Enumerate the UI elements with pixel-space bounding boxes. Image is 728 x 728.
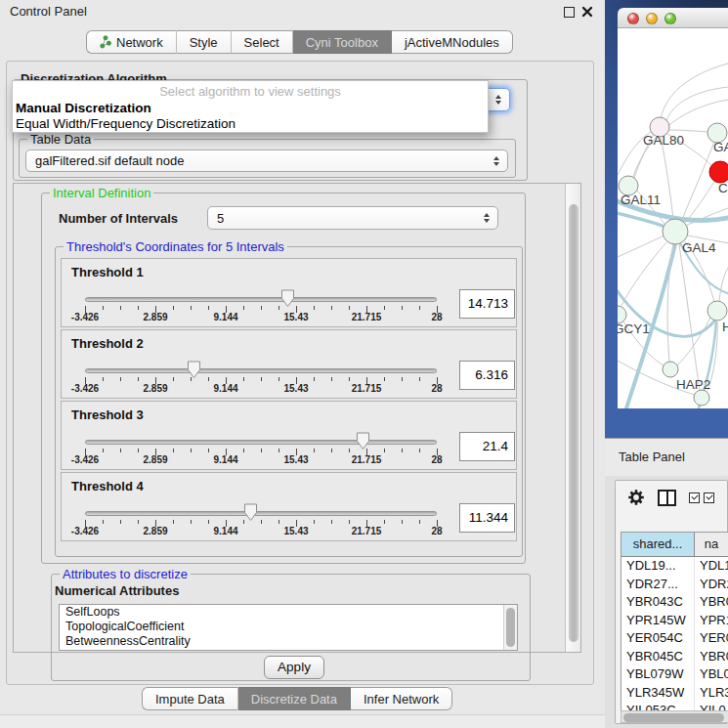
slider-track[interactable] xyxy=(85,368,437,373)
tick-mark xyxy=(278,449,279,452)
tick-mark xyxy=(419,377,420,381)
tab-infer-network[interactable]: Infer Network xyxy=(351,687,452,710)
network-node-label: HAP2 xyxy=(676,377,710,392)
numerical-attributes-list[interactable]: SelfLoopsTopologicalCoefficientBetweenne… xyxy=(59,604,518,651)
scrollbar-thumb[interactable] xyxy=(506,608,515,647)
tab-discretize-data[interactable]: Discretize Data xyxy=(238,687,351,710)
slider-thumb[interactable] xyxy=(280,289,295,308)
tick-mark xyxy=(138,306,139,310)
tab-jactivemnodules[interactable]: jActiveMNodules xyxy=(392,30,513,54)
tick-mark xyxy=(349,449,350,452)
table-cell: YER0 xyxy=(695,629,728,648)
scrollbar-thumb[interactable] xyxy=(569,204,578,642)
table-row[interactable]: YBR043CYBR0 xyxy=(621,593,728,612)
cyni-bottom-tabbar: Impute DataDiscretize DataInfer Network xyxy=(142,687,452,710)
close-icon[interactable] xyxy=(581,6,593,18)
thresholds-group-title: Threshold's Coordinates for 5 Intervals xyxy=(64,239,287,254)
tick-mark xyxy=(261,306,262,310)
tab-cyni-toolbox[interactable]: Cyni Toolbox xyxy=(293,30,392,54)
network-node[interactable] xyxy=(663,362,678,377)
table-cell: YBL0 xyxy=(695,665,728,684)
threshold-panel: Threshold 3-3.4262.8599.14415.4321.71528… xyxy=(61,401,517,470)
tab-impute-data[interactable]: Impute Data xyxy=(142,687,238,710)
threshold-value-field[interactable]: 11.344 xyxy=(459,503,515,533)
slider-track[interactable] xyxy=(85,511,437,516)
slider-thumb[interactable] xyxy=(243,503,258,522)
threshold-value-field[interactable]: 14.713 xyxy=(459,289,515,319)
table-row[interactable]: YDR27...YDR2 xyxy=(621,576,728,594)
zoom-traffic-light[interactable] xyxy=(664,13,676,24)
threshold-panel: Threshold 4-3.4262.8599.14415.4321.71528… xyxy=(61,472,517,541)
close-traffic-light[interactable] xyxy=(627,13,639,24)
list-item-topologicalcoefficient[interactable]: TopologicalCoefficient xyxy=(60,620,517,634)
tick-mark xyxy=(261,520,262,524)
list-item-betweennesscentrality[interactable]: BetweennessCentrality xyxy=(60,634,517,649)
network-view-canvas[interactable]: GAL80GACGAL11GAL4GCY1HHAP2 xyxy=(618,28,728,408)
split-pane-icon[interactable] xyxy=(658,490,676,506)
slider-track[interactable] xyxy=(85,440,437,445)
bottom-strip xyxy=(0,714,605,728)
network-node-label: GCY1 xyxy=(618,321,650,336)
threshold-value-field[interactable]: 6.316 xyxy=(459,361,515,390)
apply-button[interactable]: Apply xyxy=(264,656,324,679)
threshold-value-field[interactable]: 21.4 xyxy=(459,432,515,461)
table-row[interactable]: YBR045CYBR0 xyxy=(621,648,728,666)
table-cell: YIL053C xyxy=(621,702,695,710)
column-header-shared-[interactable]: shared... xyxy=(621,533,695,556)
tick-label: 9.144 xyxy=(201,383,250,394)
list-item-selfloops[interactable]: SelfLoops xyxy=(60,605,517,620)
list-scrollbar[interactable] xyxy=(503,605,517,650)
checkbox-icon[interactable] xyxy=(689,492,700,503)
tick-mark xyxy=(419,520,420,524)
table-header-row: shared...na xyxy=(621,533,728,557)
table-row[interactable]: YER054CYER0 xyxy=(621,629,728,648)
number-of-intervals-select[interactable]: 5 xyxy=(207,206,498,230)
network-node[interactable] xyxy=(694,390,709,406)
tick-mark xyxy=(138,449,139,452)
table-row[interactable]: YPR145WYPR1 xyxy=(621,612,728,630)
column-header-na[interactable]: na xyxy=(695,533,728,556)
tab-label: Style xyxy=(190,35,218,50)
horizontal-scrollbar[interactable] xyxy=(621,710,728,723)
table-cell: YDL19... xyxy=(621,557,695,576)
tick-mark xyxy=(331,449,332,452)
network-node[interactable] xyxy=(707,301,727,321)
checkbox-icon[interactable] xyxy=(704,492,714,503)
tick-label: 28 xyxy=(412,454,461,465)
network-node-label: GAL4 xyxy=(682,240,716,255)
tick-mark xyxy=(349,377,350,381)
table-row[interactable]: YLR345WYLR3 xyxy=(621,684,728,703)
table-panel-header: Table Panel xyxy=(605,439,728,476)
tick-label: -3.426 xyxy=(61,454,109,465)
table-row[interactable]: YIL053CYIL0 xyxy=(621,702,728,710)
network-window-titlebar[interactable] xyxy=(618,8,728,28)
gear-icon[interactable] xyxy=(627,489,645,506)
tick-mark xyxy=(384,306,385,310)
network-node-label: H xyxy=(722,320,728,334)
tab-style[interactable]: Style xyxy=(177,30,232,54)
tick-label: 2.859 xyxy=(131,526,180,536)
network-node[interactable] xyxy=(709,161,728,183)
algorithm-option-equal-width-frequency-discretization[interactable]: Equal Width/Frequency Discretization xyxy=(16,116,236,131)
table-cell: YBR045C xyxy=(621,648,695,666)
node-attribute-table[interactable]: shared...na YDL19...YDL1YDR27...YDR2YBR0… xyxy=(621,532,728,710)
tab-select[interactable]: Select xyxy=(232,30,293,54)
tick-label: 28 xyxy=(412,312,461,322)
minimize-traffic-light[interactable] xyxy=(646,13,658,24)
vertical-scrollbar[interactable] xyxy=(565,184,580,652)
control-panel-titlebar: Control Panel xyxy=(0,0,605,23)
float-window-icon[interactable] xyxy=(564,7,575,18)
checkbox-pair xyxy=(689,492,714,503)
tab-network[interactable]: Network xyxy=(86,30,177,54)
table-row[interactable]: YBL079WYBL0 xyxy=(621,665,728,684)
tick-mark xyxy=(349,520,350,524)
network-node-label: GAL11 xyxy=(621,193,661,207)
table-data-select[interactable]: galFiltered.sif default node xyxy=(25,150,508,172)
slider-thumb[interactable] xyxy=(356,432,370,450)
slider-thumb[interactable] xyxy=(187,361,201,379)
algorithm-option-manual-discretization[interactable]: Manual Discretization xyxy=(16,101,151,115)
slider-track[interactable] xyxy=(85,297,437,302)
scrollbar-thumb[interactable] xyxy=(623,713,724,722)
table-row[interactable]: YDL19...YDL1 xyxy=(621,557,728,576)
tick-mark xyxy=(208,306,209,310)
